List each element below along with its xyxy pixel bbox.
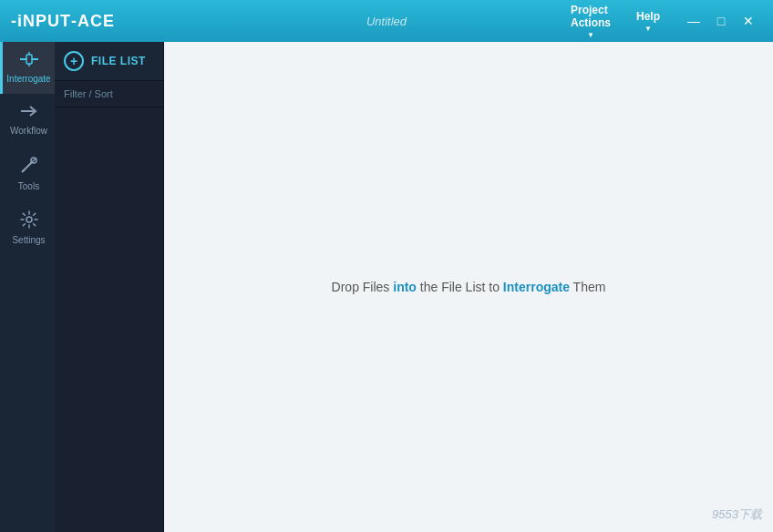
workflow-icon — [19, 103, 39, 122]
sidebar-item-settings[interactable]: Settings — [0, 201, 55, 255]
sidebar-item-tools[interactable]: Tools — [0, 146, 55, 201]
help-arrow: ▼ — [644, 25, 652, 33]
file-panel: + FILE LIST Filter / Sort — [55, 42, 164, 532]
tools-icon — [19, 155, 39, 178]
titlebar: -iNPUT-ACE Untitled ProjectActions ▼ Hel… — [0, 0, 773, 42]
file-panel-title: FILE LIST — [91, 55, 146, 67]
project-actions-button[interactable]: ProjectActions ▼ — [558, 0, 624, 42]
svg-point-10 — [26, 217, 32, 222]
drop-text-part1: Drop Files — [332, 280, 394, 294]
settings-icon — [20, 210, 38, 231]
filter-sort-button[interactable]: Filter / Sort — [55, 81, 163, 107]
content-area[interactable]: Drop Files into the File List to Interro… — [164, 42, 773, 532]
svg-line-9 — [28, 159, 36, 166]
drop-text-part3: Them — [570, 280, 605, 294]
sidebar-item-interrogate-label: Interrogate — [6, 74, 50, 85]
minimize-button[interactable]: — — [680, 0, 707, 42]
restore-button[interactable]: □ — [707, 0, 735, 42]
sidebar-item-workflow[interactable]: Workflow — [0, 94, 55, 146]
sidebar: Interrogate Workflow Tools — [0, 42, 55, 532]
titlebar-right: ProjectActions ▼ Help ▼ — □ ✕ — [558, 0, 762, 42]
sidebar-item-tools-label: Tools — [18, 181, 39, 192]
drop-text-highlight2: Interrogate — [503, 280, 570, 294]
window-controls: — □ ✕ — [680, 0, 762, 42]
interrogate-icon — [19, 51, 39, 70]
window-title: Untitled — [366, 15, 407, 28]
main-layout: Interrogate Workflow Tools — [0, 42, 773, 532]
svg-rect-2 — [26, 55, 32, 64]
file-panel-header: + FILE LIST — [55, 42, 163, 81]
project-actions-label: ProjectActions — [571, 4, 611, 29]
project-actions-arrow: ▼ — [587, 31, 594, 39]
app-logo: -iNPUT-ACE — [11, 12, 115, 31]
sidebar-item-interrogate[interactable]: Interrogate — [0, 42, 55, 94]
help-button[interactable]: Help ▼ — [624, 0, 673, 42]
drop-text-highlight1: into — [393, 280, 417, 294]
drop-message: Drop Files into the File List to Interro… — [332, 280, 606, 294]
sidebar-item-settings-label: Settings — [12, 235, 45, 246]
drop-text-part2: the File List to — [417, 280, 503, 294]
watermark: 9553下载 — [712, 506, 762, 523]
help-label: Help — [636, 10, 660, 23]
close-button[interactable]: ✕ — [735, 0, 762, 42]
sidebar-item-workflow-label: Workflow — [10, 126, 47, 137]
svg-line-8 — [22, 169, 25, 172]
add-file-icon[interactable]: + — [64, 51, 84, 71]
